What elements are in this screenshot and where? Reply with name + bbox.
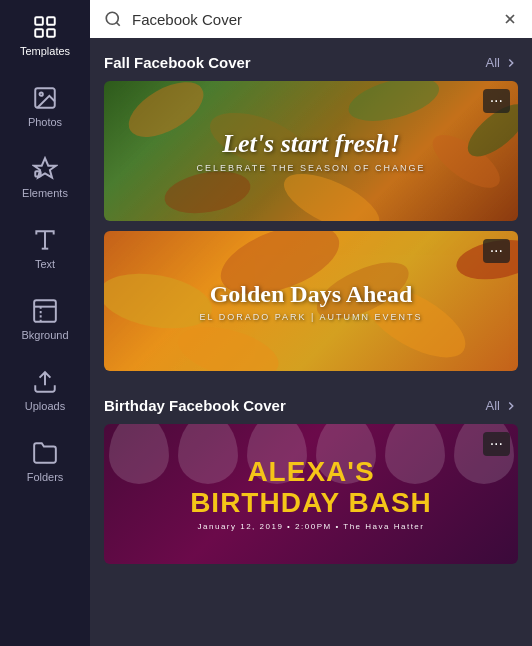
circle-blob-1 bbox=[109, 424, 169, 484]
svg-point-20 bbox=[276, 162, 387, 221]
circle-blob-2 bbox=[178, 424, 238, 484]
template-card-lets-start-fresh[interactable]: Let's start fresh! Celebrate the season … bbox=[104, 81, 518, 221]
card-more-button-2[interactable]: ··· bbox=[483, 239, 510, 263]
grid-icon bbox=[32, 14, 58, 40]
sidebar-item-folders[interactable]: Folders bbox=[0, 426, 90, 497]
section-all-birthday[interactable]: All bbox=[486, 398, 518, 413]
sidebar-item-templates-label: Templates bbox=[20, 45, 70, 57]
search-bar bbox=[90, 0, 532, 38]
chevron-right-icon bbox=[504, 56, 518, 70]
birthday-circle-decoration bbox=[104, 424, 518, 484]
sidebar-item-photos-label: Photos bbox=[28, 116, 62, 128]
card-more-button-3[interactable]: ··· bbox=[483, 432, 510, 456]
card-more-button-1[interactable]: ··· bbox=[483, 89, 510, 113]
sidebar-item-background[interactable]: Bkground bbox=[0, 284, 90, 355]
svg-rect-1 bbox=[47, 17, 55, 25]
sidebar-item-uploads-label: Uploads bbox=[25, 400, 65, 412]
main-content: Fall Facebook Cover All bbox=[90, 0, 532, 646]
template-card-golden-days[interactable]: Golden Days Ahead El Dorado Park | Autum… bbox=[104, 231, 518, 371]
leaf-texture-1 bbox=[104, 81, 518, 221]
svg-point-11 bbox=[106, 12, 118, 24]
section-header-birthday: Birthday Facebook Cover All bbox=[104, 397, 518, 414]
sidebar-item-folders-label: Folders bbox=[27, 471, 64, 483]
sidebar-item-elements-label: Elements bbox=[22, 187, 68, 199]
svg-point-16 bbox=[203, 102, 316, 180]
chevron-right-icon-2 bbox=[504, 399, 518, 413]
elements-icon bbox=[32, 156, 58, 182]
svg-point-19 bbox=[161, 165, 253, 219]
svg-line-12 bbox=[116, 22, 119, 25]
sidebar-item-uploads[interactable]: Uploads bbox=[0, 355, 90, 426]
section-title-fall: Fall Facebook Cover bbox=[104, 54, 251, 71]
content-area: Fall Facebook Cover All bbox=[90, 38, 532, 590]
sidebar-item-text[interactable]: Text bbox=[0, 213, 90, 284]
card-background-birthday: ALEXA'SBIRTHDAY BASH January 12, 2019 • … bbox=[104, 424, 518, 564]
sidebar-item-text-label: Text bbox=[35, 258, 55, 270]
section-all-fall[interactable]: All bbox=[486, 55, 518, 70]
birthday-sub-text: January 12, 2019 • 2:00PM • The Hava Hat… bbox=[198, 522, 425, 531]
folder-icon bbox=[32, 440, 58, 466]
close-icon bbox=[502, 11, 518, 27]
card-background-fall2: Golden Days Ahead El Dorado Park | Autum… bbox=[104, 231, 518, 371]
svg-rect-0 bbox=[35, 17, 43, 25]
leaf-texture-2 bbox=[104, 231, 518, 371]
section-birthday-facebook-cover: Birthday Facebook Cover All bbox=[104, 397, 518, 574]
circle-blob-5 bbox=[385, 424, 445, 484]
svg-rect-9 bbox=[34, 300, 56, 322]
upload-icon bbox=[32, 369, 58, 395]
svg-point-5 bbox=[40, 93, 43, 96]
svg-point-15 bbox=[120, 81, 212, 148]
svg-rect-6 bbox=[35, 171, 40, 176]
search-icon bbox=[104, 10, 122, 28]
image-icon bbox=[32, 85, 58, 111]
svg-rect-3 bbox=[47, 29, 55, 37]
background-icon bbox=[32, 298, 58, 324]
svg-rect-2 bbox=[35, 29, 43, 37]
section-header-fall: Fall Facebook Cover All bbox=[104, 54, 518, 71]
sidebar: Templates Photos Elements Text Bkground bbox=[0, 0, 90, 646]
svg-point-22 bbox=[104, 266, 216, 337]
search-input[interactable] bbox=[132, 11, 492, 28]
text-icon bbox=[32, 227, 58, 253]
template-card-alexas-birthday[interactable]: ALEXA'SBIRTHDAY BASH January 12, 2019 • … bbox=[104, 424, 518, 564]
sidebar-item-templates[interactable]: Templates bbox=[0, 0, 90, 71]
svg-point-17 bbox=[344, 81, 444, 129]
search-clear-button[interactable] bbox=[502, 11, 518, 27]
card-background-fall1: Let's start fresh! Celebrate the season … bbox=[104, 81, 518, 221]
sidebar-item-background-label: Bkground bbox=[21, 329, 68, 341]
section-fall-facebook-cover: Fall Facebook Cover All bbox=[104, 54, 518, 381]
circle-blob-3 bbox=[247, 424, 307, 484]
sidebar-item-photos[interactable]: Photos bbox=[0, 71, 90, 142]
sidebar-item-elements[interactable]: Elements bbox=[0, 142, 90, 213]
section-title-birthday: Birthday Facebook Cover bbox=[104, 397, 286, 414]
circle-blob-4 bbox=[316, 424, 376, 484]
